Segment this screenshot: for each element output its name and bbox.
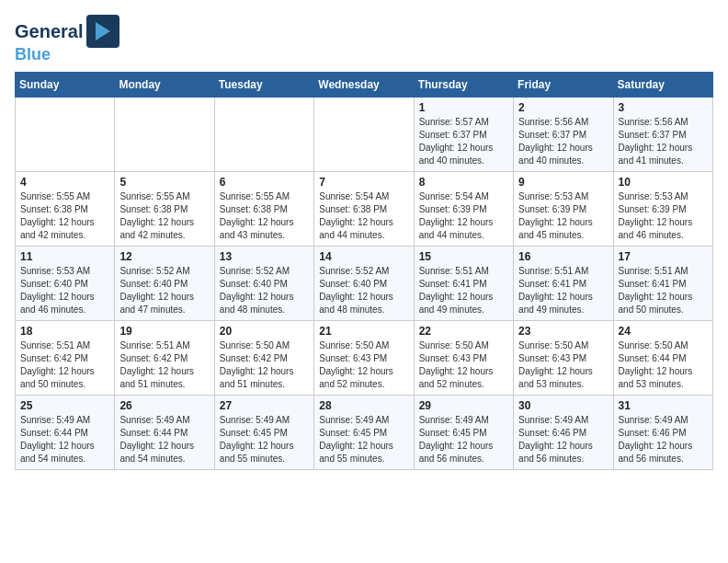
day-detail: Sunrise: 5:50 AMSunset: 6:42 PMDaylight:…: [220, 339, 309, 391]
day-cell: 3Sunrise: 5:56 AMSunset: 6:37 PMDaylight…: [613, 98, 712, 172]
day-number: 8: [419, 176, 508, 189]
header-cell-tuesday: Tuesday: [214, 73, 313, 98]
day-number: 21: [319, 325, 408, 338]
day-detail: Sunrise: 5:55 AMSunset: 6:38 PMDaylight:…: [20, 190, 109, 242]
day-detail: Sunrise: 5:49 AMSunset: 6:46 PMDaylight:…: [518, 414, 608, 465]
day-detail: Sunrise: 5:54 AMSunset: 6:39 PMDaylight:…: [419, 190, 508, 242]
day-number: 6: [220, 176, 309, 189]
day-cell: [16, 98, 115, 172]
day-cell: 16Sunrise: 5:51 AMSunset: 6:41 PMDayligh…: [514, 247, 613, 321]
day-number: 12: [119, 250, 209, 263]
logo-general: General: [15, 21, 83, 41]
day-number: 25: [20, 399, 109, 412]
day-number: 28: [319, 399, 408, 412]
day-cell: 12Sunrise: 5:52 AMSunset: 6:40 PMDayligh…: [115, 247, 214, 321]
header-cell-sunday: Sunday: [16, 73, 115, 98]
header-row: SundayMondayTuesdayWednesdayThursdayFrid…: [16, 73, 713, 98]
day-cell: 31Sunrise: 5:49 AMSunset: 6:46 PMDayligh…: [613, 396, 712, 470]
page-header: General Blue: [15, 15, 713, 63]
day-number: 19: [119, 325, 209, 338]
day-cell: 17Sunrise: 5:51 AMSunset: 6:41 PMDayligh…: [613, 247, 712, 321]
day-number: 31: [619, 399, 708, 412]
day-cell: 5Sunrise: 5:55 AMSunset: 6:38 PMDaylight…: [115, 172, 214, 247]
week-row-5: 25Sunrise: 5:49 AMSunset: 6:44 PMDayligh…: [16, 396, 713, 470]
day-cell: 26Sunrise: 5:49 AMSunset: 6:44 PMDayligh…: [115, 396, 214, 470]
day-cell: 18Sunrise: 5:51 AMSunset: 6:42 PMDayligh…: [16, 321, 115, 396]
day-cell: 29Sunrise: 5:49 AMSunset: 6:45 PMDayligh…: [414, 396, 513, 470]
day-detail: Sunrise: 5:53 AMSunset: 6:39 PMDaylight:…: [518, 190, 608, 242]
day-detail: Sunrise: 5:53 AMSunset: 6:39 PMDaylight:…: [619, 190, 708, 242]
day-detail: Sunrise: 5:56 AMSunset: 6:37 PMDaylight:…: [619, 116, 708, 167]
day-detail: Sunrise: 5:49 AMSunset: 6:45 PMDaylight:…: [419, 414, 508, 465]
day-cell: 9Sunrise: 5:53 AMSunset: 6:39 PMDaylight…: [514, 172, 613, 247]
day-number: 11: [20, 250, 109, 263]
day-detail: Sunrise: 5:49 AMSunset: 6:45 PMDaylight:…: [220, 414, 309, 465]
header-cell-friday: Friday: [514, 73, 613, 98]
day-cell: 15Sunrise: 5:51 AMSunset: 6:41 PMDayligh…: [414, 247, 513, 321]
header-cell-thursday: Thursday: [414, 73, 513, 98]
day-number: 2: [518, 101, 608, 114]
week-row-4: 18Sunrise: 5:51 AMSunset: 6:42 PMDayligh…: [16, 321, 713, 396]
header-cell-saturday: Saturday: [613, 73, 712, 98]
calendar-table: SundayMondayTuesdayWednesdayThursdayFrid…: [15, 72, 713, 470]
day-number: 30: [518, 399, 608, 412]
day-detail: Sunrise: 5:57 AMSunset: 6:37 PMDaylight:…: [419, 116, 508, 167]
day-number: 27: [220, 399, 309, 412]
day-detail: Sunrise: 5:51 AMSunset: 6:41 PMDaylight:…: [419, 265, 508, 316]
day-cell: 30Sunrise: 5:49 AMSunset: 6:46 PMDayligh…: [514, 396, 613, 470]
day-number: 29: [419, 399, 508, 412]
day-cell: [115, 98, 214, 172]
day-cell: [314, 98, 414, 172]
day-detail: Sunrise: 5:49 AMSunset: 6:44 PMDaylight:…: [20, 414, 109, 465]
day-cell: 22Sunrise: 5:50 AMSunset: 6:43 PMDayligh…: [414, 321, 513, 396]
header-cell-monday: Monday: [115, 73, 214, 98]
day-cell: 19Sunrise: 5:51 AMSunset: 6:42 PMDayligh…: [115, 321, 214, 396]
day-number: 9: [518, 176, 608, 189]
day-cell: [214, 98, 313, 172]
day-number: 23: [518, 325, 608, 338]
day-cell: 6Sunrise: 5:55 AMSunset: 6:38 PMDaylight…: [214, 172, 313, 247]
day-detail: Sunrise: 5:49 AMSunset: 6:45 PMDaylight:…: [319, 414, 408, 465]
day-number: 4: [20, 176, 109, 189]
day-detail: Sunrise: 5:51 AMSunset: 6:41 PMDaylight:…: [619, 265, 708, 316]
day-detail: Sunrise: 5:50 AMSunset: 6:43 PMDaylight:…: [419, 339, 508, 391]
day-cell: 10Sunrise: 5:53 AMSunset: 6:39 PMDayligh…: [613, 172, 712, 247]
day-cell: 11Sunrise: 5:53 AMSunset: 6:40 PMDayligh…: [16, 247, 115, 321]
day-detail: Sunrise: 5:49 AMSunset: 6:44 PMDaylight:…: [119, 414, 209, 465]
day-cell: 14Sunrise: 5:52 AMSunset: 6:40 PMDayligh…: [314, 247, 414, 321]
day-cell: 28Sunrise: 5:49 AMSunset: 6:45 PMDayligh…: [314, 396, 414, 470]
day-cell: 2Sunrise: 5:56 AMSunset: 6:37 PMDaylight…: [514, 98, 613, 172]
day-detail: Sunrise: 5:54 AMSunset: 6:38 PMDaylight:…: [319, 190, 408, 242]
day-detail: Sunrise: 5:50 AMSunset: 6:43 PMDaylight:…: [319, 339, 408, 391]
day-detail: Sunrise: 5:53 AMSunset: 6:40 PMDaylight:…: [20, 265, 109, 316]
day-number: 1: [419, 101, 508, 114]
day-detail: Sunrise: 5:51 AMSunset: 6:42 PMDaylight:…: [20, 339, 109, 391]
day-detail: Sunrise: 5:52 AMSunset: 6:40 PMDaylight:…: [119, 265, 209, 316]
day-cell: 24Sunrise: 5:50 AMSunset: 6:44 PMDayligh…: [613, 321, 712, 396]
day-cell: 23Sunrise: 5:50 AMSunset: 6:43 PMDayligh…: [514, 321, 613, 396]
week-row-2: 4Sunrise: 5:55 AMSunset: 6:38 PMDaylight…: [16, 172, 713, 247]
day-cell: 20Sunrise: 5:50 AMSunset: 6:42 PMDayligh…: [214, 321, 313, 396]
day-number: 7: [319, 176, 408, 189]
calendar-header: SundayMondayTuesdayWednesdayThursdayFrid…: [16, 73, 713, 98]
day-detail: Sunrise: 5:55 AMSunset: 6:38 PMDaylight:…: [119, 190, 209, 242]
day-cell: 7Sunrise: 5:54 AMSunset: 6:38 PMDaylight…: [314, 172, 414, 247]
day-number: 16: [518, 250, 608, 263]
logo-blue-text: Blue: [15, 46, 51, 63]
calendar-body: 1Sunrise: 5:57 AMSunset: 6:37 PMDaylight…: [16, 98, 713, 470]
logo: General Blue: [15, 15, 119, 63]
day-cell: 21Sunrise: 5:50 AMSunset: 6:43 PMDayligh…: [314, 321, 414, 396]
day-detail: Sunrise: 5:52 AMSunset: 6:40 PMDaylight:…: [220, 265, 309, 316]
day-number: 22: [419, 325, 508, 338]
day-cell: 8Sunrise: 5:54 AMSunset: 6:39 PMDaylight…: [414, 172, 513, 247]
day-number: 10: [619, 176, 708, 189]
day-cell: 25Sunrise: 5:49 AMSunset: 6:44 PMDayligh…: [16, 396, 115, 470]
day-cell: 1Sunrise: 5:57 AMSunset: 6:37 PMDaylight…: [414, 98, 513, 172]
day-detail: Sunrise: 5:50 AMSunset: 6:43 PMDaylight:…: [518, 339, 608, 391]
day-number: 17: [619, 250, 708, 263]
day-cell: 13Sunrise: 5:52 AMSunset: 6:40 PMDayligh…: [214, 247, 313, 321]
day-number: 5: [119, 176, 209, 189]
day-number: 3: [619, 101, 708, 114]
day-number: 24: [619, 325, 708, 338]
day-detail: Sunrise: 5:52 AMSunset: 6:40 PMDaylight:…: [319, 265, 408, 316]
